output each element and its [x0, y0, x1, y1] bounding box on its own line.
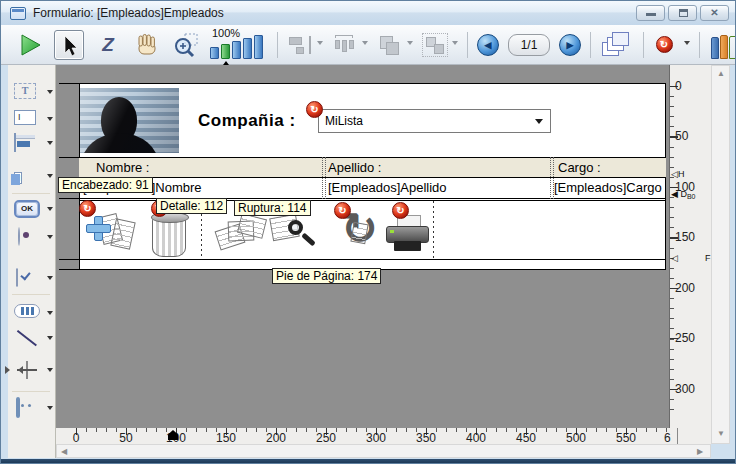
delete-record-button[interactable] [151, 212, 187, 258]
header-marker-handle[interactable]: ◁H [671, 169, 684, 179]
tool-combo-box[interactable]: I [12, 166, 54, 188]
h-ruler-label: 50 [114, 431, 138, 445]
tool-dropdown-icon[interactable] [47, 336, 53, 343]
form-pages-button[interactable] [600, 30, 634, 60]
tool-dropdown-icon[interactable] [47, 311, 53, 318]
explorer-button[interactable] [709, 31, 736, 59]
tool-line[interactable] [12, 328, 54, 350]
tool-static-text[interactable]: T [12, 82, 54, 104]
titlebar[interactable]: Formulario: [Empleados]Empleados ✕ [1, 1, 736, 25]
pointer-tool-button[interactable] [54, 30, 84, 60]
section-marker-detail[interactable]: Detalle: 112 [156, 198, 227, 214]
group-dropdown-icon[interactable] [452, 41, 458, 48]
cargo-field[interactable]: [Empleados]Cargo [554, 180, 662, 195]
apellido-field[interactable]: [Empleados]Apellido [328, 180, 447, 195]
form-canvas[interactable]: Compañia : ↻ MiLista Nombre : Apellido :… [56, 65, 669, 428]
entry-order-tool-button[interactable]: Z [93, 30, 123, 60]
layer-order-icon [377, 33, 403, 57]
tool-radio-button[interactable] [12, 227, 54, 249]
events-dropdown-icon[interactable] [684, 41, 690, 48]
tool-dropdown-icon[interactable] [47, 117, 53, 124]
printer-led [390, 230, 394, 233]
section-marker-break[interactable]: Ruptura: 114 [234, 200, 311, 216]
horizontal-scrollbar[interactable]: ◀ ▶ [56, 444, 711, 458]
h-ruler-label: 400 [464, 431, 488, 445]
tool-dropdown-icon[interactable] [47, 235, 53, 242]
column-separator[interactable] [322, 157, 326, 199]
group-tool-group[interactable] [422, 33, 458, 57]
next-page-button[interactable]: ▶ [559, 34, 581, 56]
align-icon [287, 33, 313, 57]
combo-box-icon: I [14, 172, 22, 184]
search-records-button[interactable] [269, 211, 321, 259]
distribute-tool-group[interactable] [332, 33, 368, 57]
printer-tray [394, 241, 421, 251]
company-label[interactable]: Compañia : [198, 111, 296, 131]
static-text-icon: T [14, 83, 36, 99]
section-line [59, 198, 79, 199]
column-separator[interactable] [550, 157, 554, 199]
tool-dropdown-icon[interactable] [47, 207, 53, 214]
apellido-label[interactable]: Apellido : [328, 160, 381, 175]
tool-button[interactable]: OK [12, 199, 54, 221]
toolbar-separator [277, 32, 278, 58]
scroll-left-icon[interactable]: ◀ [61, 447, 67, 457]
browse-records-button[interactable] [216, 211, 266, 257]
detail-marker-handle[interactable]: ◀ DB0 [671, 189, 696, 200]
minimize-button[interactable] [636, 5, 665, 21]
restore-button[interactable] [668, 5, 697, 21]
tool-input-field[interactable]: I [12, 109, 54, 131]
footer-marker-handle[interactable]: ◁ [671, 253, 678, 263]
tool-dropdown-icon[interactable] [47, 276, 53, 283]
distribute-dropdown-icon[interactable] [362, 41, 368, 48]
object-method-badge[interactable]: ↻ [392, 202, 409, 219]
level-tool-group[interactable] [377, 33, 413, 57]
tool-list-box[interactable] [12, 133, 54, 155]
align-tool-group[interactable] [287, 33, 323, 57]
group-objects-icon [422, 33, 448, 57]
align-dropdown-icon[interactable] [317, 41, 323, 48]
close-button[interactable]: ✕ [700, 5, 729, 21]
tool-checkbox[interactable] [12, 268, 54, 290]
scroll-up-icon[interactable]: ▲ [717, 69, 725, 79]
tool-dropdown-icon[interactable] [47, 141, 53, 148]
execute-form-button[interactable] [15, 30, 45, 60]
tool-dropdown-icon[interactable] [47, 174, 53, 181]
object-method-badge[interactable]: ↻ [306, 101, 323, 118]
print-button[interactable] [386, 215, 431, 255]
previous-page-icon: ◀ [485, 40, 492, 50]
picture-object[interactable] [80, 88, 179, 153]
section-line [59, 259, 79, 260]
tool-dropdown-icon[interactable] [47, 406, 53, 413]
object-method-badge[interactable]: ↻ [79, 200, 96, 217]
pan-tool-button[interactable] [132, 30, 162, 60]
ruler-corner [678, 428, 711, 444]
h-ruler-label: 150 [214, 431, 238, 445]
level-dropdown-icon[interactable] [407, 41, 413, 48]
scroll-right-icon[interactable]: ▶ [697, 447, 703, 457]
zoom-bars-icon[interactable] [210, 35, 263, 59]
previous-page-button[interactable]: ◀ [477, 34, 499, 56]
section-marker-footer[interactable]: Pie de Página: 174 [272, 268, 381, 284]
palette-separator [12, 294, 50, 295]
tool-plugin-area[interactable] [12, 398, 54, 420]
h-ruler-label: 300 [364, 431, 388, 445]
zoom-level-control[interactable]: 100% [210, 27, 268, 63]
plugin-area-icon [16, 397, 20, 418]
v-ruler-label: 150 [675, 230, 695, 244]
window-title: Formulario: [Empleados]Empleados [33, 6, 224, 20]
zoom-tool-button[interactable] [171, 30, 201, 60]
section-marker-header[interactable]: Encabezado: 91 [58, 177, 153, 193]
tool-button-grid[interactable] [12, 303, 54, 325]
company-dropdown[interactable]: MiLista [318, 109, 551, 133]
scroll-down-icon[interactable]: ▼ [717, 429, 725, 439]
cargo-label[interactable]: Cargo : [558, 160, 601, 175]
tool-dropdown-icon[interactable] [47, 368, 53, 375]
marker-triangle-icon: ◁ [671, 253, 678, 263]
vertical-scrollbar[interactable]: ▲ ▼ [711, 65, 730, 444]
object-method-badge[interactable]: ↻ [334, 202, 351, 219]
nombre-label[interactable]: Nombre : [96, 160, 149, 175]
tool-splitter[interactable] [12, 360, 54, 382]
form-events-button[interactable]: ↻ [653, 30, 675, 60]
tool-dropdown-icon[interactable] [47, 90, 53, 97]
